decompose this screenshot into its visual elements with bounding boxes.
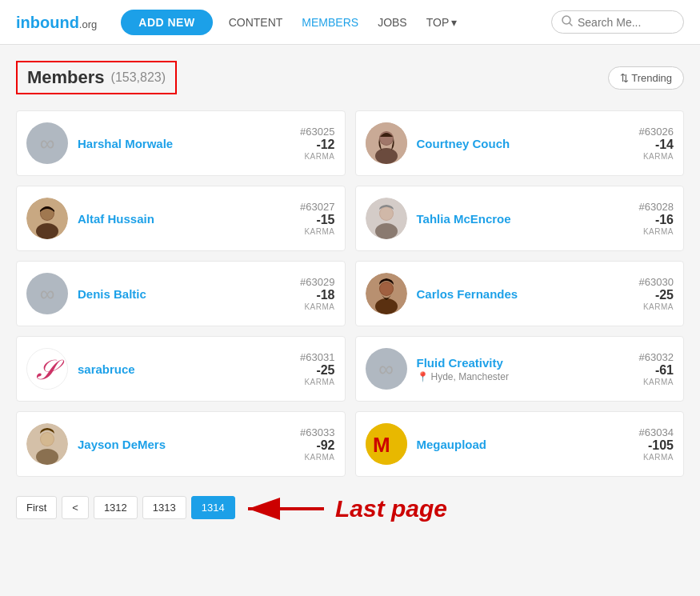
svg-line-1 — [570, 23, 572, 26]
member-rank: #63033 — [283, 426, 335, 438]
member-info: Denis Baltic — [78, 287, 274, 301]
member-name[interactable]: Jayson DeMers — [78, 438, 166, 451]
member-info: Fluid Creativity 📍 Hyde, Manchester — [417, 356, 613, 382]
trending-button[interactable]: ⇅ Trending — [608, 66, 684, 90]
svg-point-23 — [41, 433, 54, 446]
karma-label: KARMA — [622, 302, 674, 311]
members-header: Members (153,823) ⇅ Trending — [16, 61, 684, 94]
member-rank: #63027 — [283, 201, 335, 213]
search-input[interactable] — [578, 16, 674, 29]
member-name[interactable]: Tahlia McEncroe — [417, 212, 511, 226]
svg-point-16 — [375, 298, 398, 314]
karma-label: KARMA — [283, 302, 335, 311]
svg-point-13 — [380, 207, 393, 220]
members-title-box: Members (153,823) — [16, 61, 177, 94]
svg-point-8 — [36, 223, 58, 239]
member-karma: -12 — [283, 138, 335, 152]
member-card[interactable]: Courtney Couch #63026 -14 KARMA — [355, 110, 685, 176]
last-page-label: Last page — [335, 495, 447, 522]
member-card[interactable]: Jayson DeMers #63033 -92 KARMA — [16, 411, 346, 477]
member-stats: #63028 -16 KARMA — [622, 201, 674, 236]
member-name[interactable]: sarabruce — [78, 362, 135, 376]
search-icon — [562, 15, 573, 29]
member-rank: #63026 — [622, 126, 674, 138]
member-card[interactable]: Tahlia McEncroe #63028 -16 KARMA — [355, 186, 685, 251]
avatar: 𝒮 — [26, 348, 68, 390]
member-karma: -25 — [622, 288, 674, 302]
add-new-button[interactable]: ADD NEW — [121, 10, 212, 35]
avatar — [366, 273, 407, 314]
member-karma: -15 — [283, 213, 335, 227]
member-stats: #63034 -105 KARMA — [622, 426, 674, 462]
member-name[interactable]: Courtney Couch — [417, 137, 510, 150]
member-karma: -25 — [283, 363, 335, 378]
avatar — [26, 198, 68, 239]
member-card[interactable]: M Megaupload #63034 -105 KARMA — [355, 411, 685, 477]
nav-jobs[interactable]: JOBS — [378, 16, 407, 29]
members-grid: ∞ Harshal Morwale #63025 -12 KARMA — [16, 110, 684, 477]
chevron-down-icon: ▾ — [451, 16, 457, 29]
member-info: Harshal Morwale — [78, 137, 274, 150]
member-karma: -92 — [283, 438, 335, 453]
member-rank: #63029 — [283, 276, 335, 288]
member-info: Courtney Couch — [417, 137, 613, 150]
member-name[interactable]: Fluid Creativity — [417, 356, 503, 370]
member-info: Tahlia McEncroe — [417, 212, 613, 226]
avatar: M — [366, 423, 407, 465]
member-name[interactable]: Harshal Morwale — [78, 137, 173, 150]
logo-inbound: inbound.org — [16, 12, 97, 33]
member-card[interactable]: ∞ Harshal Morwale #63025 -12 KARMA — [16, 110, 346, 176]
member-rank: #63032 — [622, 351, 674, 363]
member-karma: -105 — [622, 438, 674, 453]
member-card[interactable]: Altaf Hussain #63027 -15 KARMA — [16, 186, 346, 251]
karma-label: KARMA — [283, 378, 335, 386]
member-info: Megaupload — [417, 438, 613, 451]
member-name[interactable]: Altaf Hussain — [78, 212, 154, 226]
karma-label: KARMA — [622, 378, 674, 386]
avatar: ∞ — [26, 273, 68, 314]
member-card[interactable]: ∞ Fluid Creativity 📍 Hyde, Manchester #6… — [355, 336, 685, 402]
member-stats: #63032 -61 KARMA — [622, 351, 674, 386]
prev-page-button[interactable]: < — [62, 496, 89, 519]
member-rank: #63031 — [283, 351, 335, 363]
karma-label: KARMA — [622, 152, 674, 161]
member-karma: -16 — [622, 213, 674, 227]
member-name[interactable]: Denis Baltic — [78, 287, 146, 301]
member-karma: -18 — [283, 288, 335, 302]
avatar — [366, 198, 407, 239]
member-stats: #63033 -92 KARMA — [283, 426, 335, 462]
karma-label: KARMA — [283, 227, 335, 236]
member-stats: #63030 -25 KARMA — [622, 276, 674, 311]
svg-point-17 — [380, 282, 393, 295]
nav-members[interactable]: MEMBERS — [302, 16, 358, 29]
logo[interactable]: inbound.org — [16, 12, 97, 33]
nav-top[interactable]: TOP ▾ — [426, 16, 458, 29]
member-card[interactable]: 𝒮 sarabruce #63031 -25 KARMA — [16, 336, 346, 402]
svg-point-12 — [375, 223, 398, 239]
member-stats: #63025 -12 KARMA — [283, 126, 335, 161]
first-page-button[interactable]: First — [16, 496, 57, 519]
page-1313-button[interactable]: 1313 — [142, 496, 186, 519]
member-name[interactable]: Megaupload — [417, 438, 487, 451]
page-1314-button[interactable]: 1314 — [191, 496, 235, 519]
member-card[interactable]: ∞ Denis Baltic #63029 -18 KARMA — [16, 261, 346, 326]
svg-text:M: M — [373, 433, 390, 457]
page-content: Members (153,823) ⇅ Trending ∞ Harshal M… — [0, 45, 700, 535]
karma-label: KARMA — [283, 453, 335, 462]
member-name[interactable]: Carlos Fernandes — [417, 287, 518, 301]
location-pin-icon: 📍 — [417, 371, 429, 382]
member-info: Altaf Hussain — [78, 212, 274, 226]
member-karma: -14 — [622, 138, 674, 152]
member-card[interactable]: Carlos Fernandes #63030 -25 KARMA — [355, 261, 685, 326]
member-stats: #63026 -14 KARMA — [622, 126, 674, 161]
member-info: sarabruce — [78, 362, 274, 376]
karma-label: KARMA — [622, 227, 674, 236]
page-1312-button[interactable]: 1312 — [94, 496, 138, 519]
member-rank: #63030 — [622, 276, 674, 288]
pagination-area: First < 1312 1313 1314 Last page — [16, 496, 684, 519]
nav-content[interactable]: CONTENT — [229, 16, 283, 29]
member-stats: #63031 -25 KARMA — [283, 351, 335, 386]
member-info: Carlos Fernandes — [417, 287, 613, 301]
member-location: 📍 Hyde, Manchester — [417, 371, 613, 382]
header: inbound.org ADD NEW CONTENT MEMBERS JOBS… — [0, 0, 700, 45]
